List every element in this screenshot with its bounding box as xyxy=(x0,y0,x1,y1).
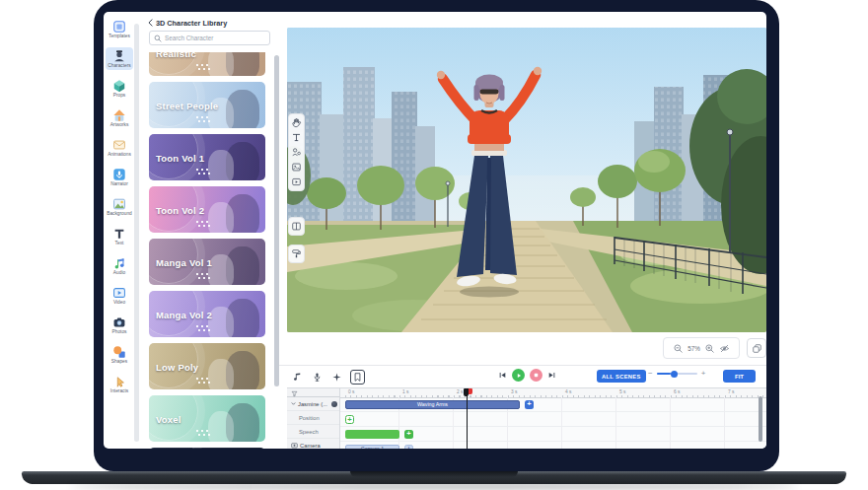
track-label-position[interactable]: Position xyxy=(287,411,339,425)
card-label: Street People xyxy=(156,100,218,110)
clip-speech[interactable] xyxy=(345,430,399,439)
card-sparkles-decoration xyxy=(196,325,198,327)
character-card-voxel[interactable]: Voxel xyxy=(149,395,265,442)
character-card-list: Realistic Street People Toon Vol 1 Toon … xyxy=(149,52,271,449)
image-tool-icon[interactable] xyxy=(291,162,302,173)
viewport-toolbar xyxy=(288,113,305,191)
sidebar-item-narrator[interactable]: Narrator xyxy=(106,166,133,188)
props-icon xyxy=(112,79,126,93)
card-sparkles-decoration xyxy=(196,221,198,223)
video-tool-icon[interactable] xyxy=(291,176,302,187)
sidebar-item-templates[interactable]: Templates xyxy=(106,18,133,40)
sidebar-item-artworks[interactable]: Artworks xyxy=(106,106,133,129)
panel-scrollbar[interactable] xyxy=(274,55,279,386)
all-scenes-button[interactable]: ALL SCENES xyxy=(597,370,646,383)
character-card-realistic[interactable]: Realistic xyxy=(149,52,265,76)
track-label-camera[interactable]: Camera xyxy=(287,439,339,449)
sidebar-item-shapes[interactable]: Shapes xyxy=(106,343,133,366)
add-speech-button[interactable] xyxy=(404,430,413,439)
character-card-street-people[interactable]: Street People xyxy=(149,82,265,128)
copy-icon xyxy=(752,343,762,354)
pan-tool-icon[interactable] xyxy=(291,117,302,128)
slider-track[interactable] xyxy=(657,373,697,375)
sidebar-item-audio[interactable]: Audio xyxy=(106,254,133,277)
sidebar-item-video[interactable]: Video xyxy=(106,284,133,307)
layout-split-tool-icon[interactable] xyxy=(291,221,302,232)
back-icon[interactable] xyxy=(148,19,153,27)
music-icon[interactable] xyxy=(291,371,304,384)
card-sparkles-decoration xyxy=(196,169,198,171)
slider-plus[interactable]: + xyxy=(701,370,706,378)
playhead-flag[interactable] xyxy=(469,388,472,394)
format-paint-tool-icon[interactable] xyxy=(291,248,302,259)
sidebar-scrollbar[interactable] xyxy=(134,24,139,442)
sidebar-item-interacts[interactable]: Interacts xyxy=(106,373,133,395)
track-avatar-icon[interactable] xyxy=(331,401,337,407)
interacts-icon xyxy=(112,375,126,388)
add-position-button[interactable] xyxy=(345,415,354,424)
camera-icon xyxy=(291,442,298,449)
search-icon xyxy=(154,35,162,42)
character-tool-icon[interactable] xyxy=(291,147,302,158)
clip-waving-arms[interactable]: Waving Arms xyxy=(345,400,520,409)
track-label-character[interactable]: Jasmine (... xyxy=(287,397,339,411)
laptop-shadow xyxy=(69,484,799,489)
ruler-label-3: 3 s xyxy=(511,389,517,394)
ruler-label-2: 2 s xyxy=(457,389,463,394)
laptop-notch xyxy=(350,471,518,477)
card-sparkles-decoration xyxy=(196,378,198,380)
sidebar-item-photos[interactable]: Photos xyxy=(106,314,133,336)
playback-controls xyxy=(498,369,556,382)
skip-back-icon[interactable] xyxy=(498,371,507,380)
add-animation-button[interactable] xyxy=(525,400,534,409)
character-card-manga-vol-2[interactable]: Manga Vol 2 xyxy=(149,291,265,337)
search-placeholder: Search Character xyxy=(165,35,213,41)
play-button[interactable] xyxy=(512,369,525,382)
ruler-label-7: 7 s xyxy=(728,389,734,394)
stop-button[interactable] xyxy=(530,369,542,382)
text-tool-icon[interactable] xyxy=(291,132,302,143)
character-card-low-poly[interactable]: Low Poly xyxy=(149,343,265,389)
fit-button[interactable]: FIT xyxy=(723,370,756,383)
skip-forward-icon[interactable] xyxy=(547,371,556,380)
shapes-icon xyxy=(112,345,126,359)
page: Templates Characters Props Artworks Anim… xyxy=(0,0,868,490)
bookmark-icon[interactable] xyxy=(350,370,365,385)
slider-minus[interactable]: − xyxy=(648,370,653,378)
character-card-toon-vol-2[interactable]: Toon Vol 2 xyxy=(149,186,265,233)
animations-icon xyxy=(112,138,126,152)
clip-camera-1[interactable]: Camera 1 xyxy=(345,445,399,450)
card-label: Voxel xyxy=(156,413,181,424)
sidebar-item-props[interactable]: Props xyxy=(106,77,133,100)
duplicate-button[interactable] xyxy=(747,338,766,358)
sidebar-item-animations[interactable]: Animations xyxy=(106,136,133,159)
timeline-scrollbar[interactable] xyxy=(759,396,762,442)
video-icon xyxy=(112,286,126,300)
app-window: Templates Characters Props Artworks Anim… xyxy=(104,12,766,449)
sidebar-item-background[interactable]: Background xyxy=(106,195,133,218)
character-card-toon-vol-1[interactable]: Toon Vol 1 xyxy=(149,134,265,180)
timeline-filter[interactable] xyxy=(287,388,340,397)
add-camera-button[interactable] xyxy=(404,445,413,450)
transport-toolbar: ALL SCENES − + FIT xyxy=(279,365,766,387)
card-sparkles-decoration xyxy=(196,430,198,432)
hide-ui-icon[interactable] xyxy=(719,343,730,354)
sidebar-item-text[interactable]: Text xyxy=(106,225,133,247)
card-label: Toon Vol 2 xyxy=(156,204,204,215)
card-label: Toon Vol 1 xyxy=(156,152,204,163)
mic-icon[interactable] xyxy=(311,371,324,384)
zoom-out-icon[interactable] xyxy=(673,343,684,354)
media-icons xyxy=(291,370,365,385)
zoom-in-icon[interactable] xyxy=(704,343,715,354)
scene-canvas[interactable] xyxy=(287,28,766,332)
chevron-down-icon xyxy=(291,401,296,406)
character-card-blank[interactable] xyxy=(149,448,265,449)
slider-knob[interactable] xyxy=(671,371,678,378)
effects-icon[interactable] xyxy=(330,371,343,384)
character-card-manga-vol-1[interactable]: Manga Vol 1 xyxy=(149,239,265,285)
track-label-speech[interactable]: Speech xyxy=(287,425,339,439)
sidebar-item-characters[interactable]: Characters xyxy=(106,47,133,70)
search-input[interactable]: Search Character xyxy=(149,31,270,45)
track-row-camera: Camera 1 xyxy=(340,442,766,449)
track-row-character: Waving Arms xyxy=(340,397,766,412)
